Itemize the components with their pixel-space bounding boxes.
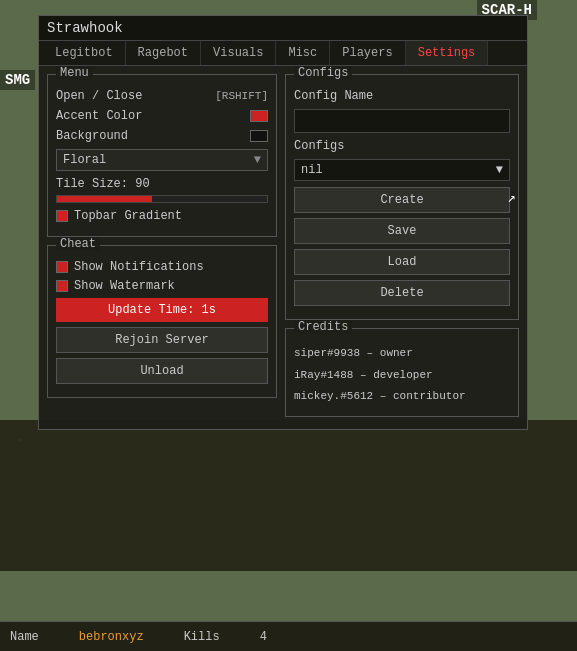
topbar-gradient-checkbox[interactable] [56,210,68,222]
right-panel: Configs Config Name Configs nil [285,74,519,415]
unload-button[interactable]: Unload [56,358,268,384]
left-panel: Menu Open / Close [RSHIFT] Accent Color [47,74,277,415]
configs-section-content: Config Name Configs nil ▼ C [286,75,518,319]
bottom-kills-label: Kills [184,630,220,644]
show-notifications-row: Show Notifications [56,260,268,274]
cheat-section-title: Cheat [56,237,100,251]
bottom-name-label: Name [10,630,39,644]
tab-bar: Legitbot Ragebot Visuals Misc Players Se… [39,41,527,66]
credits-section: Credits siper#9938 – owner iRay#1488 – d… [285,328,519,417]
configs-section-title: Configs [294,66,352,80]
background-label: Background [56,129,128,143]
create-button[interactable]: Create [294,187,510,213]
menu-section-title: Menu [56,66,93,80]
cheat-section: Cheat Show Notifications Show Watermark … [47,245,277,398]
tile-size-label: Tile Size: [56,177,128,191]
credits-section-title: Credits [294,320,352,334]
configs-dropdown-arrow-icon: ▼ [496,163,503,177]
hud-weapon-left: SMG [0,70,35,90]
topbar-gradient-label: Topbar Gradient [74,209,182,223]
load-button[interactable]: Load [294,249,510,275]
menu-section-content: Open / Close [RSHIFT] Accent Color Backg… [48,75,276,236]
menu-section: Menu Open / Close [RSHIFT] Accent Color [47,74,277,237]
background-pattern [0,420,577,571]
delete-button[interactable]: Delete [294,280,510,306]
configs-section: Configs Config Name Configs nil [285,74,519,320]
title-bar: Strawhook [39,16,527,41]
show-watermark-row: Show Watermark [56,279,268,293]
configs-dropdown-value: nil [301,163,323,177]
config-name-label: Config Name [294,89,373,103]
show-notifications-checkbox[interactable] [56,261,68,273]
background-color-swatch[interactable] [250,130,268,142]
configs-label-row: Configs [294,139,510,153]
configs-dropdown[interactable]: nil ▼ [294,159,510,181]
config-name-input[interactable] [294,109,510,133]
cheat-section-content: Show Notifications Show Watermark Update… [48,246,276,397]
floral-dropdown[interactable]: Floral ▼ [56,149,268,171]
tab-players[interactable]: Players [330,41,405,65]
credits-section-content: siper#9938 – owner iRay#1488 – developer… [286,329,518,416]
tab-ragebot[interactable]: Ragebot [126,41,201,65]
show-watermark-checkbox[interactable] [56,280,68,292]
credits-line1: siper#9938 – owner [294,343,510,365]
show-watermark-label: Show Watermark [74,279,175,293]
rejoin-server-button[interactable]: Rejoin Server [56,327,268,353]
main-window: Strawhook Legitbot Ragebot Visuals Misc … [38,15,528,430]
tile-size-value: 90 [135,177,149,191]
bottom-kills-value: 4 [260,630,267,644]
update-time-button[interactable]: Update Time: 1s [56,298,268,322]
credits-line2: iRay#1488 – developer [294,365,510,387]
topbar-gradient-row: Topbar Gradient [56,209,268,223]
content-area: Menu Open / Close [RSHIFT] Accent Color [39,66,527,423]
dropdown-arrow-icon: ▼ [254,153,261,167]
configs-label: Configs [294,139,344,153]
open-close-label: Open / Close [56,89,142,103]
tab-visuals[interactable]: Visuals [201,41,276,65]
tab-misc[interactable]: Misc [276,41,330,65]
open-close-shortcut: [RSHIFT] [215,90,268,102]
config-name-row: Config Name [294,89,510,103]
save-button[interactable]: Save [294,218,510,244]
bottom-bar: Name bebronxyz Kills 4 [0,621,577,651]
dropdown-value: Floral [63,153,106,167]
show-notifications-label: Show Notifications [74,260,204,274]
credits-line3: mickey.#5612 – contributor [294,386,510,408]
create-button-wrapper: Create ↗ [294,187,510,213]
bottom-username-value: bebronxyz [79,630,144,644]
window-title: Strawhook [47,20,123,36]
cursor-pointer-icon: ↗ [508,189,516,206]
accent-color-row: Accent Color [56,109,268,123]
tab-legitbot[interactable]: Legitbot [43,41,126,65]
slider-fill [57,196,152,202]
accent-color-label: Accent Color [56,109,142,123]
tile-size-row: Tile Size: 90 [56,177,268,191]
accent-color-swatch[interactable] [250,110,268,122]
tab-settings[interactable]: Settings [406,41,489,65]
open-close-row: Open / Close [RSHIFT] [56,89,268,103]
background-row: Background [56,129,268,143]
tile-size-slider[interactable] [56,195,268,203]
